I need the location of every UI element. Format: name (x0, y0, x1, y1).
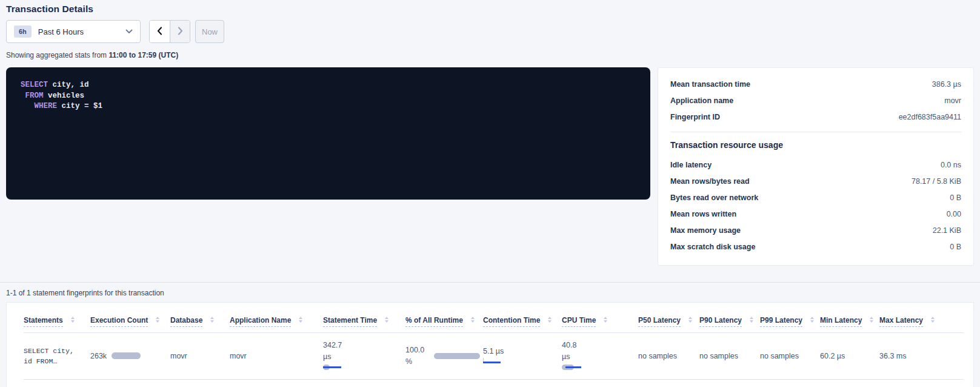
column-header-p90-latency[interactable]: P90 Latency (699, 316, 760, 327)
summary-label: Mean rows/bytes read (670, 177, 750, 186)
column-header-database[interactable]: Database (170, 316, 230, 327)
sql-keyword: WHERE (35, 102, 58, 110)
sql-text: vehicles (44, 92, 85, 100)
time-controls: 6h Past 6 Hours Now (6, 20, 974, 43)
statement-link[interactable]: SELECT city,id FROM… (24, 346, 90, 366)
column-header-statement-time[interactable]: Statement Time (323, 316, 405, 327)
prev-interval-button[interactable] (150, 21, 170, 42)
runtime-pct-unit: % (405, 357, 424, 366)
sql-line: WHERE city = $1 (21, 101, 636, 112)
statement-time-bar (323, 365, 359, 371)
column-header-p50-latency[interactable]: P50 Latency (638, 316, 699, 327)
table-row: SELECT city,id FROM… 263k movr movr 342.… (24, 333, 964, 380)
sort-icon[interactable] (750, 317, 753, 323)
runtime-pct-cell: 100.0 % (405, 346, 483, 366)
sql-line: SELECT city, id (21, 80, 636, 91)
cpu-time-unit: µs (562, 352, 638, 362)
summary-row: Mean rows written 0.00 (670, 206, 961, 222)
summary-value: 22.1 KiB (933, 226, 961, 235)
execution-count-cell: 263k (90, 352, 170, 360)
p50-latency-cell: no samples (638, 352, 699, 360)
section-divider (0, 282, 980, 283)
column-header-min-latency[interactable]: Min Latency (820, 316, 879, 327)
chevron-left-icon (157, 27, 162, 37)
summary-row: Fingerprint ID ee2df683f5aa9411 (670, 109, 961, 125)
database-cell: movr (170, 352, 230, 360)
time-range-picker[interactable]: 6h Past 6 Hours (6, 20, 141, 43)
sort-icon[interactable] (385, 317, 388, 323)
summary-value: 78.17 / 5.8 KiB (912, 177, 961, 186)
summary-label: Mean transaction time (670, 80, 750, 89)
summary-row: Bytes read over network 0 B (670, 189, 961, 206)
sort-icon[interactable] (604, 317, 607, 323)
next-interval-button[interactable] (170, 21, 190, 42)
sort-icon[interactable] (471, 317, 475, 323)
summary-value: 386.3 µs (932, 80, 961, 89)
transaction-details-page: Transaction Details 6h Past 6 Hours (0, 0, 980, 387)
statement-time-value: 342.7 (323, 341, 405, 350)
sort-icon[interactable] (210, 317, 214, 323)
statements-table-header: Statements Execution Count Database Appl… (24, 316, 964, 333)
summary-value: 0.0 ns (941, 161, 961, 169)
sort-icon[interactable] (71, 317, 75, 323)
column-header-execution-count[interactable]: Execution Count (90, 316, 170, 327)
summary-row: Max memory usage 22.1 KiB (670, 222, 961, 238)
summary-value: ee2df683f5aa9411 (899, 113, 961, 121)
summary-row: Max scratch disk usage 0 B (670, 238, 961, 255)
column-header-runtime-pct[interactable]: % of All Runtime (405, 316, 483, 327)
sql-indent (21, 92, 25, 100)
sort-icon[interactable] (810, 317, 814, 323)
sort-icon[interactable] (931, 317, 935, 323)
sql-text: city = $1 (57, 102, 102, 110)
summary-divider (670, 132, 961, 132)
sql-line: FROM vehicles (21, 91, 636, 102)
cpu-time-cell: 40.8 µs (562, 341, 638, 371)
summary-row: Application name movr (670, 92, 961, 109)
now-button[interactable]: Now (195, 20, 224, 43)
summary-value: 0.00 (947, 210, 961, 218)
main-content: SELECT city, id FROM vehicles WHERE city… (6, 67, 974, 266)
sort-icon[interactable] (870, 317, 873, 323)
application-name-cell: movr (230, 352, 323, 360)
summary-label: Max scratch disk usage (670, 243, 755, 251)
summary-label: Max memory usage (670, 226, 741, 235)
column-header-application-name[interactable]: Application Name (230, 316, 323, 327)
runtime-pct-value: 100.0 (405, 346, 424, 355)
summary-row: Mean transaction time 386.3 µs (670, 76, 961, 92)
execution-count-bar (112, 352, 141, 359)
p99-latency-cell: no samples (760, 352, 820, 360)
p90-latency-cell: no samples (699, 352, 760, 360)
cpu-time-value: 40.8 (562, 341, 638, 350)
sql-keyword: FROM (25, 92, 44, 100)
sort-icon[interactable] (688, 317, 692, 323)
page-title: Transaction Details (6, 4, 974, 15)
summary-row: Idle latency 0.0 ns (670, 156, 961, 173)
caption-time-range: 11:00 to 17:59 (UTC) (108, 51, 178, 59)
page-header: Transaction Details 6h Past 6 Hours (0, 0, 980, 59)
aggregated-stats-caption: Showing aggregated stats from 11:00 to 1… (6, 51, 974, 59)
column-header-p99-latency[interactable]: P99 Latency (760, 316, 820, 327)
sort-icon[interactable] (156, 317, 159, 323)
column-header-max-latency[interactable]: Max Latency (879, 316, 964, 327)
chevron-down-icon (125, 29, 133, 34)
column-header-cpu-time[interactable]: CPU Time (562, 316, 638, 327)
sql-keyword: SELECT (21, 81, 48, 89)
max-latency-cell: 36.3 ms (879, 352, 964, 360)
statements-count-caption: 1-1 of 1 statement fingerprints for this… (6, 289, 974, 297)
column-header-statements[interactable]: Statements (24, 316, 90, 327)
runtime-pct-bar (434, 353, 480, 359)
summary-value: 0 B (950, 194, 961, 202)
summary-label: Mean rows written (670, 210, 736, 218)
transaction-summary-panel: Mean transaction time 386.3 µs Applicati… (658, 67, 974, 266)
time-range-badge: 6h (14, 25, 32, 38)
contention-time-value: 5.1 µs (483, 347, 562, 355)
summary-label: Idle latency (670, 161, 712, 169)
contention-time-bar (483, 358, 507, 365)
execution-count-value: 263k (90, 352, 107, 360)
summary-value: movr (944, 96, 961, 105)
sort-icon[interactable] (548, 317, 552, 323)
sort-icon[interactable] (299, 317, 302, 323)
statement-time-unit: µs (323, 352, 405, 362)
sql-indent (21, 102, 35, 110)
column-header-contention-time[interactable]: Contention Time (483, 316, 562, 327)
